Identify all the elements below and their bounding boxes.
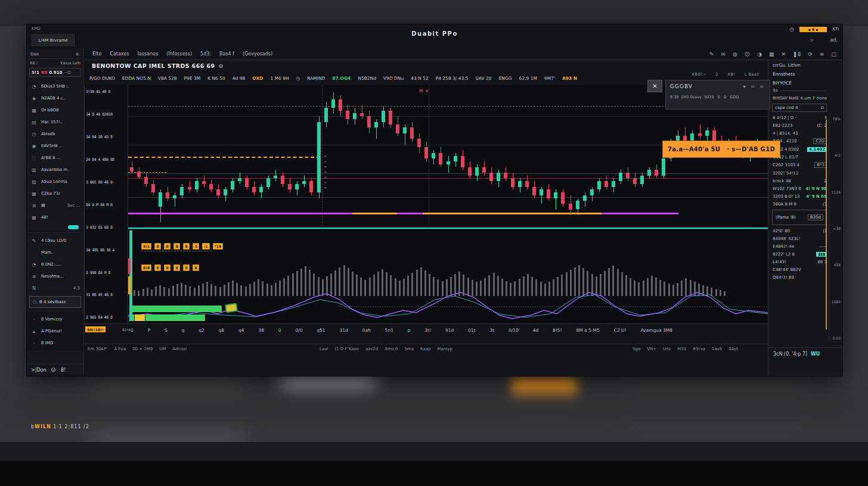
- time-label: 0: [278, 328, 281, 333]
- symbol-row[interactable]: 5!1 K0 0.910 ~O: [29, 68, 81, 77]
- orange-badge[interactable]: 8: [164, 243, 170, 250]
- indicator-dropdown[interactable]: GGGBV ▾ ≈ ≈ 8.38 0X0.0cavy 5019 0 0 GOO: [665, 80, 770, 110]
- menu-item[interactable]: 5d3:: [200, 51, 211, 57]
- window-icon[interactable]: □: [831, 51, 836, 57]
- menu-item[interactable]: Bas4 f: [219, 51, 234, 57]
- time-axis[interactable]: 50!!18!! 82!4 0PSqq2q8q43800/0q5131d0ah5…: [84, 323, 768, 337]
- accent-bar: [128, 258, 131, 274]
- sidebar-item-value: 4.3: [73, 286, 80, 291]
- price-scale[interactable]: 3!38 45 48 8J4 8 40 0201034 04 38 45 824…: [84, 85, 128, 323]
- sidebar-menu: ◔6Oua3 5HB :.◈NZA08 4 c..▦Or b8O8▤Hac 15…: [27, 80, 83, 223]
- orange-badge[interactable]: 8: [154, 243, 161, 250]
- dropdown-chevron-icons[interactable]: ▾ ≈ ≈: [743, 84, 765, 89]
- sidebar-item[interactable]: ◦8 Vomizzy: [27, 313, 83, 325]
- hand-cursor-icon[interactable]: ☞: [810, 37, 815, 43]
- orange-badge[interactable]: 8: [183, 243, 190, 250]
- sidebar-item[interactable]: ◦8 IMG: [27, 337, 83, 349]
- ▥-icon: ▥: [30, 167, 38, 173]
- status-item: 5ma: [404, 347, 414, 351]
- session-pill-button[interactable]: ▪ 8 ▪: [799, 27, 827, 32]
- row-label: C48!44' 882V: [773, 267, 801, 272]
- sidebar-item[interactable]: ▥Aavanbba m.: [27, 164, 83, 176]
- panel-glyphs[interactable]: 3cN (0. '4·p 7]: [773, 351, 807, 357]
- info-item: P9E 3M: [184, 76, 201, 81]
- sidebar-item[interactable]: ◷Atradb: [27, 128, 83, 140]
- titlebar: KMD L/4M Brvrame Duabit PPo ◷ ▪ 8 ▪ XTI …: [27, 24, 842, 48]
- account-tab[interactable]: L/4M Brvrame: [32, 34, 75, 46]
- sidebar-item[interactable]: ✎4 L9au LLV0: [27, 235, 83, 247]
- clock-icon[interactable]: ◷: [789, 26, 794, 32]
- record-icon[interactable]: ◍: [733, 51, 737, 57]
- candle: [180, 187, 184, 195]
- sidebar-item[interactable]: ▴A PGenut!: [27, 325, 83, 337]
- candlestick-plot[interactable]: M 4 8·0·8·4·8·8·8 4!188883:1*19 8!888888…: [128, 85, 768, 323]
- menu-item[interactable]: Elto: [92, 51, 101, 57]
- time-label: q51: [317, 328, 325, 333]
- menu-item[interactable]: (Infossess): [166, 51, 192, 57]
- panel-search-input[interactable]: cape cod 4⊙: [772, 104, 827, 112]
- sidebar-item[interactable]: ▦48!: [27, 211, 83, 223]
- sidebar-item[interactable]: ▦Or b8O8: [27, 104, 83, 116]
- scroll-label: 438: [834, 263, 841, 267]
- dom-button[interactable]: >|Don: [31, 367, 46, 373]
- sidebar-item[interactable]: ◉EAV5H8 ..: [27, 140, 83, 152]
- crosshair-button[interactable]: ✕: [647, 80, 662, 92]
- refresh-icon[interactable]: ⟳: [808, 51, 813, 57]
- close-tool-icon[interactable]: ✕: [782, 51, 786, 57]
- current-price-tag: 50!!18!!: [85, 326, 106, 332]
- panel-row[interactable]: BIXOAY NatE 4.umF nona: [768, 94, 842, 102]
- mini-tabs[interactable]: KBO!~ 2 AB! L·BaaY: [692, 72, 760, 77]
- menu-item[interactable]: Cataxes: [110, 51, 129, 57]
- candle: [662, 158, 665, 175]
- sidebar-item-highlighted[interactable]: ◌ B it sevibazz: [29, 296, 81, 308]
- row-value: 4' 9 N 69: [806, 194, 827, 199]
- candle: [151, 184, 155, 192]
- menubar: EltoCataxesIassanos(Infossess)5d3:Bas4 f…: [84, 48, 842, 60]
- time-label: 0/10: [509, 328, 519, 333]
- green-progress-bar: [145, 314, 205, 321]
- candle: [137, 172, 141, 177]
- search-input[interactable]: Dao d.: [29, 50, 81, 59]
- sidebar-item[interactable]: ◌A!B8 8 ...: [27, 152, 83, 164]
- sidebar-item[interactable]: ▦C2ba 73/: [27, 188, 83, 200]
- price-alert-callout[interactable]: 7a.a—A40'a 5U · s—D'AB G1D: [662, 141, 780, 158]
- smiley-icon[interactable]: ☺: [51, 367, 56, 373]
- sidebar-item[interactable]: ◔8 0N2......: [27, 258, 83, 270]
- info-item: 87.OG4: [332, 76, 351, 81]
- baseline-segment: [423, 213, 602, 214]
- row-value: B*3: [814, 162, 827, 168]
- orange-badge[interactable]: 4!1: [141, 243, 151, 250]
- panel-box-row[interactable]: (Pama '8)B20d: [772, 210, 827, 225]
- candle: [518, 181, 522, 187]
- corner-left-label: KMD: [32, 26, 41, 31]
- cyan-toggle[interactable]: [68, 225, 79, 229]
- orange-badge[interactable]: :1: [202, 243, 210, 250]
- wu-button[interactable]: WU: [811, 351, 820, 357]
- sidebar-item[interactable]: ▨A5ua Lonma: [27, 176, 83, 188]
- orange-badge[interactable]: 3: [193, 243, 199, 250]
- sidebar-item[interactable]: N4.3: [27, 282, 83, 294]
- menu-item[interactable]: (Gevyosads): [243, 51, 272, 57]
- sidebar-item[interactable]: ▤Hac 157!..: [27, 116, 83, 128]
- candle: [389, 111, 392, 125]
- row-label: 3202! 54!12: [773, 171, 798, 176]
- status-item: R5!va: [693, 347, 705, 351]
- sidebar-item[interactable]: Mam.: [27, 247, 83, 258]
- menu-item[interactable]: Iassanos: [137, 51, 158, 57]
- orange-badge[interactable]: *19: [213, 243, 224, 250]
- sidebar-item[interactable]: ◔6Oua3 5HB :.: [27, 80, 83, 92]
- layout-icon[interactable]: ❚8: [793, 51, 801, 57]
- menu-list-icon[interactable]: ≡: [820, 51, 824, 57]
- sidebar-item[interactable]: ⊞▤5vc ...: [27, 200, 83, 211]
- orange-badge[interactable]: 8: [173, 243, 180, 250]
- panel-scroll-column[interactable]: T8%4!21135<3843815850.03: [829, 117, 842, 340]
- status-item: 5go: [633, 347, 640, 351]
- chat-icon[interactable]: ✉: [721, 51, 726, 57]
- theme-icon[interactable]: ◑: [757, 51, 762, 57]
- draw-icon[interactable]: ✎: [709, 51, 714, 57]
- sidebar-item[interactable]: ⊛Nesofma...: [27, 270, 83, 282]
- profile-icon[interactable]: ☺: [745, 51, 750, 57]
- candle: [604, 181, 608, 187]
- sidebar-item[interactable]: ◈NZA08 4 c..: [27, 92, 83, 104]
- calendar-icon[interactable]: ▦: [769, 51, 774, 57]
